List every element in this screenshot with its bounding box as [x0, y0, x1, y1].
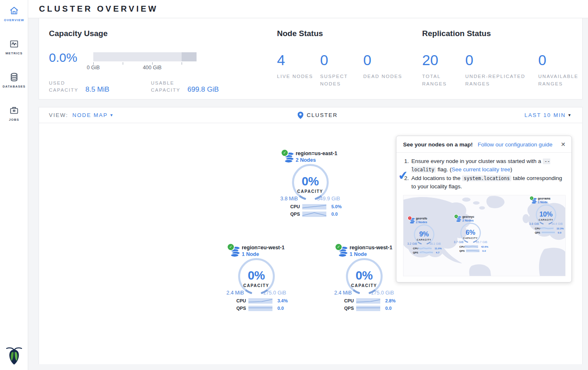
cpu-sparkline: [540, 226, 554, 229]
home-icon: [9, 6, 19, 16]
used-capacity-stat: USED CAPACITY 8.5 MiB: [49, 80, 151, 94]
usable-capacity-stat: USABLE CAPACITY 699.8 GiB: [151, 80, 219, 94]
popup-step-2: 2. Add locations to the system.locations…: [401, 174, 565, 191]
popup-header: See your nodes on a map! Follow our conf…: [396, 136, 571, 153]
node-marker[interactable]: ✓ region=us-west-1 1 Node 0%: [333, 243, 396, 311]
node-marker[interactable]: ! geo=sfo 2 Nodes 9%: [406, 216, 442, 254]
cockroachdb-logo[interactable]: [0, 346, 28, 367]
capacity-percent: 0%: [356, 269, 373, 282]
qps-sparkline: [356, 305, 380, 311]
capacity-gauge: 10% CAPACITY: [535, 204, 557, 226]
node-marker[interactable]: ✓ geo=ams 1 Node 10%: [528, 196, 564, 234]
capacity-percent: 6%: [466, 229, 475, 236]
cpu-row: CPU 42.6%: [453, 245, 488, 248]
qps-sparkline: [420, 251, 433, 253]
node-status-icon: ✓: [454, 214, 458, 218]
page-title: CLUSTER OVERVIEW: [28, 0, 588, 14]
popup-step-1: 1. Ensure every node in your cluster was…: [401, 157, 565, 174]
capacity-label: CAPACITY: [351, 283, 377, 288]
cpu-row: CPU 3.4%: [225, 298, 288, 303]
time-range-selector[interactable]: LAST 10 MIN ▾: [525, 112, 571, 118]
qps-row: QPS 0.0: [225, 305, 288, 311]
sidebar-item-label: OVERVIEW: [0, 18, 28, 22]
stat-label: USABLE CAPACITY: [151, 80, 187, 94]
node-region-label: geo=ams: [538, 197, 564, 200]
node-marker[interactable]: ✓ region=us-east-1 2 Nodes 0: [279, 149, 342, 217]
sidebar-item-overview[interactable]: OVERVIEW: [0, 0, 28, 33]
configuration-guide-link[interactable]: Follow our configuration guide: [478, 141, 552, 148]
node-marker[interactable]: ✓ geo=nyc 2 Nodes 6%: [453, 214, 488, 252]
cpu-row: CPU 5.0%: [279, 204, 342, 209]
axis-tick-label: 0 GiB: [87, 65, 100, 71]
locality-tree-link[interactable]: See current locality tree: [452, 166, 510, 173]
cpu-sparkline: [248, 298, 272, 303]
qps-sparkline: [466, 249, 479, 252]
node-count-label: 1 Node: [242, 251, 288, 257]
databases-icon: [9, 72, 19, 82]
cluster-summary-bar: Capacity Usage 0.0% 0 GiB 400 GiB USED C…: [39, 18, 583, 100]
dead-nodes-stat: 0 DEAD NODES: [363, 53, 406, 88]
node-status-icon: !: [408, 216, 411, 219]
qps-row: QPS 4.7: [406, 251, 442, 253]
cpu-sparkline: [418, 246, 432, 249]
node-status-section: Node Status 4 LIVE NODES 0 SUSPECT NODES…: [267, 18, 412, 99]
map-preview-image: ! geo=sfo 2 Nodes 9%: [403, 195, 566, 276]
node-map-panel: VIEW: NODE MAP ▾ CLUSTER LAST 10 MIN ▾ S…: [39, 107, 583, 364]
section-title: Replication Status: [422, 29, 582, 38]
node-status-icon: ✓: [228, 244, 234, 250]
capacity-label: CAPACITY: [243, 283, 269, 288]
qps-row: QPS 0.0: [528, 231, 564, 234]
unavailable-ranges-stat: 0 UNAVAILABLE RANGES: [538, 53, 582, 88]
chevron-down-icon[interactable]: ▾: [110, 112, 113, 118]
popup-title: See your nodes on a map!: [403, 141, 473, 148]
qps-row: QPS 0.0: [333, 305, 396, 311]
view-selector[interactable]: NODE MAP: [73, 112, 108, 118]
sidebar-item-label: METRICS: [0, 51, 28, 55]
page-header: CLUSTER OVERVIEW: [28, 0, 588, 18]
jobs-icon: [9, 105, 19, 115]
under-replicated-ranges-stat: 0 UNDER-REPLICATED RANGES: [465, 53, 538, 88]
cpu-row: CPU 2.8%: [333, 298, 396, 303]
node-region-label: region=eu-west-1: [242, 245, 288, 251]
cpu-sparkline: [356, 298, 380, 303]
cpu-row: CPU 12.3%: [528, 226, 564, 229]
node-marker[interactable]: ✓ region=eu-west-1 1 Node 0%: [225, 243, 288, 311]
capacity-bar: 0 GiB 400 GiB: [93, 52, 197, 71]
stat-value: 699.8 GiB: [187, 85, 219, 94]
capacity-gauge: 0% CAPACITY: [237, 257, 276, 296]
close-icon[interactable]: ✕: [561, 141, 566, 148]
view-label: VIEW:: [49, 112, 68, 118]
capacity-bar-used-segment: [182, 52, 197, 61]
qps-row: QPS 0.0: [453, 249, 488, 252]
node-status-icon: ✓: [530, 196, 533, 200]
sidebar-item-label: DATABASES: [0, 85, 28, 88]
axis-tick-label: 400 GiB: [143, 65, 161, 71]
qps-sparkline: [302, 211, 326, 217]
sidebar-item-metrics[interactable]: METRICS: [0, 33, 28, 66]
capacity-label: CAPACITY: [297, 189, 323, 194]
sidebar-item-jobs[interactable]: JOBS: [0, 100, 28, 133]
replication-status-section: Replication Status 20 TOTAL RANGES 0 UND…: [412, 18, 582, 99]
live-nodes-stat: 4 LIVE NODES: [277, 53, 320, 88]
check-mark-icon: ✔: [397, 168, 409, 183]
cpu-sparkline: [465, 245, 478, 248]
capacity-percent: 9%: [419, 230, 429, 238]
stat-value: 8.5 MiB: [85, 85, 109, 94]
cpu-row: CPU 11.0%: [406, 246, 442, 249]
capacity-usage-section: Capacity Usage 0.0% 0 GiB 400 GiB USED C…: [39, 18, 267, 99]
breadcrumb-cluster[interactable]: CLUSTER: [307, 112, 338, 118]
qps-row: QPS 0.0: [279, 211, 342, 217]
sidebar: OVERVIEW METRICS DATABASES JOBS: [0, 0, 28, 370]
node-region-label: region=us-west-1: [350, 245, 396, 251]
node-count-label: 2 Nodes: [296, 157, 342, 163]
node-count-label: 1 Node: [350, 251, 396, 257]
cpu-sparkline: [302, 204, 326, 209]
section-title: Capacity Usage: [49, 29, 267, 38]
suspect-nodes-stat: 0 SUSPECT NODES: [320, 53, 363, 88]
stat-label: USED CAPACITY: [49, 80, 85, 94]
capacity-label: CAPACITY: [417, 238, 431, 241]
capacity-percent: 10%: [539, 210, 553, 218]
sidebar-item-label: JOBS: [0, 118, 28, 122]
view-bar: VIEW: NODE MAP ▾ CLUSTER LAST 10 MIN ▾: [39, 107, 582, 123]
sidebar-item-databases[interactable]: DATABASES: [0, 66, 28, 100]
